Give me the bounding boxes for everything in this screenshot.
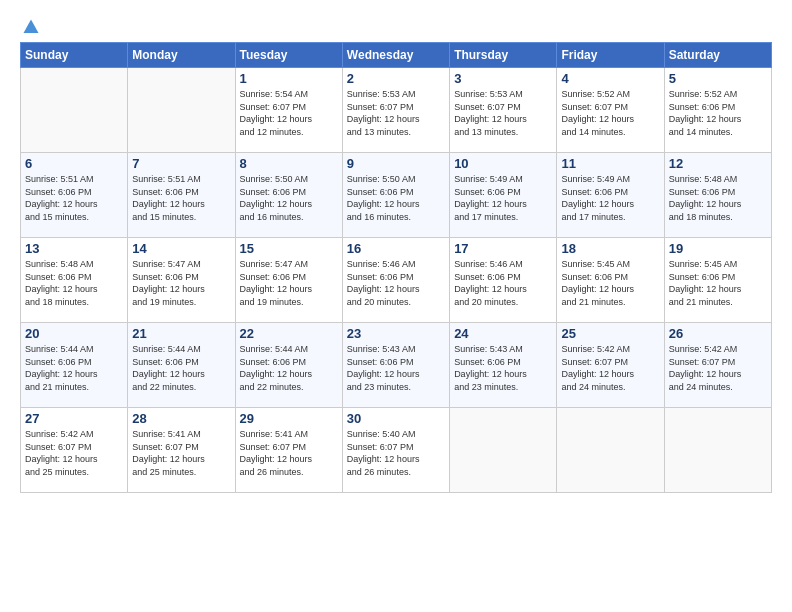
day-cell: 12Sunrise: 5:48 AM Sunset: 6:06 PM Dayli… [664,153,771,238]
day-number: 2 [347,71,445,86]
col-header-saturday: Saturday [664,43,771,68]
day-number: 13 [25,241,123,256]
calendar-header: SundayMondayTuesdayWednesdayThursdayFrid… [21,43,772,68]
day-info: Sunrise: 5:42 AM Sunset: 6:07 PM Dayligh… [669,343,767,393]
week-row-5: 27Sunrise: 5:42 AM Sunset: 6:07 PM Dayli… [21,408,772,493]
day-number: 16 [347,241,445,256]
day-info: Sunrise: 5:42 AM Sunset: 6:07 PM Dayligh… [561,343,659,393]
day-number: 20 [25,326,123,341]
day-number: 14 [132,241,230,256]
day-cell: 2Sunrise: 5:53 AM Sunset: 6:07 PM Daylig… [342,68,449,153]
day-cell: 30Sunrise: 5:40 AM Sunset: 6:07 PM Dayli… [342,408,449,493]
day-cell [128,68,235,153]
svg-marker-0 [24,20,39,34]
day-number: 1 [240,71,338,86]
day-cell: 29Sunrise: 5:41 AM Sunset: 6:07 PM Dayli… [235,408,342,493]
day-cell: 22Sunrise: 5:44 AM Sunset: 6:06 PM Dayli… [235,323,342,408]
day-cell: 10Sunrise: 5:49 AM Sunset: 6:06 PM Dayli… [450,153,557,238]
col-header-tuesday: Tuesday [235,43,342,68]
day-number: 10 [454,156,552,171]
week-row-3: 13Sunrise: 5:48 AM Sunset: 6:06 PM Dayli… [21,238,772,323]
day-cell: 26Sunrise: 5:42 AM Sunset: 6:07 PM Dayli… [664,323,771,408]
day-number: 11 [561,156,659,171]
day-number: 18 [561,241,659,256]
calendar-body: 1Sunrise: 5:54 AM Sunset: 6:07 PM Daylig… [21,68,772,493]
day-info: Sunrise: 5:40 AM Sunset: 6:07 PM Dayligh… [347,428,445,478]
day-number: 12 [669,156,767,171]
day-cell: 25Sunrise: 5:42 AM Sunset: 6:07 PM Dayli… [557,323,664,408]
day-info: Sunrise: 5:52 AM Sunset: 6:06 PM Dayligh… [669,88,767,138]
day-cell: 24Sunrise: 5:43 AM Sunset: 6:06 PM Dayli… [450,323,557,408]
day-info: Sunrise: 5:51 AM Sunset: 6:06 PM Dayligh… [132,173,230,223]
calendar-table: SundayMondayTuesdayWednesdayThursdayFrid… [20,42,772,493]
day-cell: 16Sunrise: 5:46 AM Sunset: 6:06 PM Dayli… [342,238,449,323]
day-info: Sunrise: 5:46 AM Sunset: 6:06 PM Dayligh… [347,258,445,308]
day-info: Sunrise: 5:52 AM Sunset: 6:07 PM Dayligh… [561,88,659,138]
col-header-thursday: Thursday [450,43,557,68]
day-number: 21 [132,326,230,341]
day-info: Sunrise: 5:50 AM Sunset: 6:06 PM Dayligh… [347,173,445,223]
day-info: Sunrise: 5:44 AM Sunset: 6:06 PM Dayligh… [25,343,123,393]
week-row-1: 1Sunrise: 5:54 AM Sunset: 6:07 PM Daylig… [21,68,772,153]
day-number: 23 [347,326,445,341]
week-row-2: 6Sunrise: 5:51 AM Sunset: 6:06 PM Daylig… [21,153,772,238]
day-cell: 18Sunrise: 5:45 AM Sunset: 6:06 PM Dayli… [557,238,664,323]
day-info: Sunrise: 5:43 AM Sunset: 6:06 PM Dayligh… [347,343,445,393]
day-cell: 19Sunrise: 5:45 AM Sunset: 6:06 PM Dayli… [664,238,771,323]
day-info: Sunrise: 5:50 AM Sunset: 6:06 PM Dayligh… [240,173,338,223]
day-cell: 5Sunrise: 5:52 AM Sunset: 6:06 PM Daylig… [664,68,771,153]
day-number: 19 [669,241,767,256]
day-cell: 11Sunrise: 5:49 AM Sunset: 6:06 PM Dayli… [557,153,664,238]
day-cell: 28Sunrise: 5:41 AM Sunset: 6:07 PM Dayli… [128,408,235,493]
day-info: Sunrise: 5:49 AM Sunset: 6:06 PM Dayligh… [561,173,659,223]
day-info: Sunrise: 5:43 AM Sunset: 6:06 PM Dayligh… [454,343,552,393]
day-info: Sunrise: 5:53 AM Sunset: 6:07 PM Dayligh… [347,88,445,138]
header-row: SundayMondayTuesdayWednesdayThursdayFrid… [21,43,772,68]
col-header-wednesday: Wednesday [342,43,449,68]
day-number: 30 [347,411,445,426]
day-info: Sunrise: 5:49 AM Sunset: 6:06 PM Dayligh… [454,173,552,223]
header [20,18,772,32]
week-row-4: 20Sunrise: 5:44 AM Sunset: 6:06 PM Dayli… [21,323,772,408]
page: SundayMondayTuesdayWednesdayThursdayFrid… [0,0,792,612]
day-info: Sunrise: 5:45 AM Sunset: 6:06 PM Dayligh… [669,258,767,308]
col-header-sunday: Sunday [21,43,128,68]
day-cell: 7Sunrise: 5:51 AM Sunset: 6:06 PM Daylig… [128,153,235,238]
day-number: 26 [669,326,767,341]
day-info: Sunrise: 5:51 AM Sunset: 6:06 PM Dayligh… [25,173,123,223]
day-cell: 15Sunrise: 5:47 AM Sunset: 6:06 PM Dayli… [235,238,342,323]
day-cell [557,408,664,493]
day-cell: 17Sunrise: 5:46 AM Sunset: 6:06 PM Dayli… [450,238,557,323]
day-cell [21,68,128,153]
day-cell: 1Sunrise: 5:54 AM Sunset: 6:07 PM Daylig… [235,68,342,153]
col-header-monday: Monday [128,43,235,68]
day-cell [450,408,557,493]
day-cell: 9Sunrise: 5:50 AM Sunset: 6:06 PM Daylig… [342,153,449,238]
day-number: 27 [25,411,123,426]
day-cell: 3Sunrise: 5:53 AM Sunset: 6:07 PM Daylig… [450,68,557,153]
day-number: 6 [25,156,123,171]
day-cell: 21Sunrise: 5:44 AM Sunset: 6:06 PM Dayli… [128,323,235,408]
day-info: Sunrise: 5:47 AM Sunset: 6:06 PM Dayligh… [240,258,338,308]
day-cell: 6Sunrise: 5:51 AM Sunset: 6:06 PM Daylig… [21,153,128,238]
day-number: 4 [561,71,659,86]
day-number: 22 [240,326,338,341]
day-number: 9 [347,156,445,171]
day-number: 8 [240,156,338,171]
day-info: Sunrise: 5:54 AM Sunset: 6:07 PM Dayligh… [240,88,338,138]
day-info: Sunrise: 5:44 AM Sunset: 6:06 PM Dayligh… [132,343,230,393]
day-number: 24 [454,326,552,341]
day-cell: 14Sunrise: 5:47 AM Sunset: 6:06 PM Dayli… [128,238,235,323]
day-number: 15 [240,241,338,256]
day-cell: 23Sunrise: 5:43 AM Sunset: 6:06 PM Dayli… [342,323,449,408]
col-header-friday: Friday [557,43,664,68]
day-info: Sunrise: 5:48 AM Sunset: 6:06 PM Dayligh… [25,258,123,308]
day-cell: 13Sunrise: 5:48 AM Sunset: 6:06 PM Dayli… [21,238,128,323]
day-info: Sunrise: 5:53 AM Sunset: 6:07 PM Dayligh… [454,88,552,138]
day-info: Sunrise: 5:41 AM Sunset: 6:07 PM Dayligh… [132,428,230,478]
day-info: Sunrise: 5:44 AM Sunset: 6:06 PM Dayligh… [240,343,338,393]
day-number: 5 [669,71,767,86]
day-number: 17 [454,241,552,256]
day-info: Sunrise: 5:45 AM Sunset: 6:06 PM Dayligh… [561,258,659,308]
day-cell: 8Sunrise: 5:50 AM Sunset: 6:06 PM Daylig… [235,153,342,238]
